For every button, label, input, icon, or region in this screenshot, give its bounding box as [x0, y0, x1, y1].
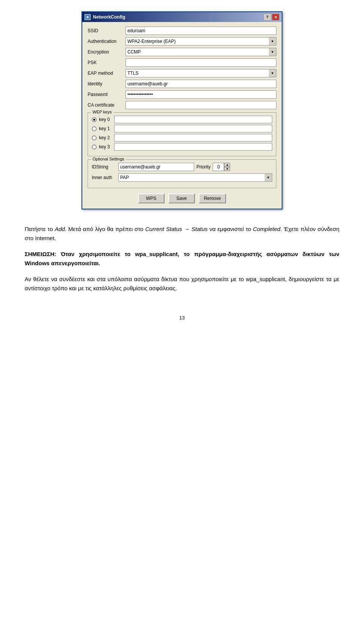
auth-label: Authentication: [88, 39, 126, 44]
identity-input[interactable]: [126, 80, 276, 88]
network-config-window: ■ NetworkConfig ? ✕ SSID Authentication …: [82, 11, 282, 209]
enc-select[interactable]: CCMP: [126, 48, 276, 56]
wep-key3-label: key 3: [99, 144, 114, 149]
idstring-label: IDString: [92, 164, 118, 170]
psk-label: PSK: [88, 60, 126, 65]
p1-status: Status: [191, 226, 208, 232]
priority-spinner: ▲ ▼: [224, 163, 230, 171]
p1-current-status: Current Status: [145, 226, 182, 232]
ca-input[interactable]: [126, 101, 276, 109]
ssid-input[interactable]: [126, 27, 276, 35]
titlebar-buttons: ? ✕: [264, 14, 279, 20]
wep-key1-label: key 1: [99, 126, 114, 131]
titlebar: ■ NetworkConfig ? ✕: [82, 12, 282, 22]
wep-key3-row: key 3: [92, 143, 272, 151]
window-body: SSID Authentication WPA2-Enterprise (EAP…: [82, 22, 282, 209]
titlebar-left: ■ NetworkConfig: [85, 14, 125, 20]
spin-down[interactable]: ▼: [224, 167, 230, 171]
window-title: NetworkConfig: [93, 14, 125, 20]
enc-select-wrapper: CCMP ▼: [126, 48, 276, 56]
ca-row: CA certificate: [88, 101, 276, 109]
p1-completed: Completed: [253, 226, 281, 232]
priority-label: Priority: [196, 164, 210, 170]
p3-text: Αν θέλετε να συνδέεστε και στα υπόλοιπα …: [25, 276, 339, 291]
wep-key0-label: key 0: [99, 117, 114, 122]
wep-key2-label: key 2: [99, 135, 114, 140]
wep-key1-radio[interactable]: [92, 126, 97, 131]
wep-key2-input[interactable]: [114, 134, 272, 142]
save-button[interactable]: Save: [168, 193, 195, 203]
p1-add: Add: [55, 226, 65, 232]
inner-auth-select[interactable]: PAP: [118, 173, 272, 182]
close-button[interactable]: ✕: [272, 14, 279, 20]
password-input[interactable]: [126, 90, 276, 99]
idstring-row: IDString Priority ▲ ▼: [92, 163, 272, 171]
wps-button[interactable]: WPS: [138, 193, 165, 203]
enc-label: Encryption: [88, 49, 126, 55]
idstring-input[interactable]: [118, 163, 194, 171]
page-number: 13: [179, 315, 185, 321]
eap-select[interactable]: TTLS: [126, 69, 276, 77]
p1-before-add: Πατήστε το: [25, 226, 55, 232]
inner-auth-select-wrapper: PAP ▼: [118, 173, 272, 182]
enc-row: Encryption CCMP ▼: [88, 48, 276, 56]
eap-row: EAP method TTLS ▼: [88, 69, 276, 77]
auth-select[interactable]: WPA2-Enterprise (EAP): [126, 37, 276, 46]
wep-key2-radio[interactable]: [92, 135, 97, 140]
optional-group: Optional Settings IDString Priority ▲ ▼ …: [88, 159, 276, 188]
eap-label: EAP method: [88, 71, 126, 76]
help-button[interactable]: ?: [264, 14, 271, 20]
wep-group: WEP keys key 0 key 1 key 2 key 3: [88, 112, 276, 156]
eap-select-wrapper: TTLS ▼: [126, 69, 276, 77]
wep-group-label: WEP keys: [91, 110, 113, 114]
window-icon: ■: [85, 14, 91, 20]
buttons-row: WPS Save Remove: [88, 193, 276, 203]
optional-group-label: Optional Settings: [91, 157, 126, 161]
paragraph-3: Αν θέλετε να συνδέεστε και στα υπόλοιπα …: [25, 275, 339, 293]
ca-label: CA certificate: [88, 102, 126, 108]
p2-text: ΣΗΜΕΙΩΣΗ: Όταν χρησιμοποιείτε το wpa_sup…: [25, 251, 339, 266]
wep-key0-radio[interactable]: [92, 117, 97, 122]
spin-up[interactable]: ▲: [224, 163, 230, 167]
wep-key2-row: key 2: [92, 134, 272, 142]
wep-key3-radio[interactable]: [92, 145, 97, 149]
wep-key3-input[interactable]: [114, 143, 272, 151]
p1-after: να εμφανιστεί το: [208, 226, 253, 232]
wep-key0-row: key 0: [92, 116, 272, 123]
password-label: Password: [88, 92, 126, 97]
auth-row: Authentication WPA2-Enterprise (EAP) ▼: [88, 37, 276, 46]
password-row: Password: [88, 90, 276, 99]
inner-auth-label: Inner auth: [92, 175, 118, 180]
wep-key1-input[interactable]: [114, 125, 272, 132]
p1-middle: . Μετά από λίγο θα πρέπει στο: [65, 226, 145, 232]
identity-row: Identity: [88, 80, 276, 88]
ssid-label: SSID: [88, 28, 126, 33]
ssid-row: SSID: [88, 27, 276, 35]
remove-button[interactable]: Remove: [199, 193, 226, 203]
wep-key0-input[interactable]: [114, 116, 272, 123]
paragraph-1: Πατήστε το Add. Μετά από λίγο θα πρέπει …: [25, 225, 339, 243]
page-text: Πατήστε το Add. Μετά από λίγο θα πρέπει …: [25, 225, 339, 300]
psk-input[interactable]: [126, 58, 276, 67]
p1-arrow: →: [184, 226, 190, 232]
identity-label: Identity: [88, 81, 126, 86]
paragraph-2: ΣΗΜΕΙΩΣΗ: Όταν χρησιμοποιείτε το wpa_sup…: [25, 250, 339, 268]
inner-auth-row: Inner auth PAP ▼: [92, 173, 272, 182]
psk-row: PSK: [88, 58, 276, 67]
priority-input[interactable]: [213, 163, 224, 171]
auth-select-wrapper: WPA2-Enterprise (EAP) ▼: [126, 37, 276, 46]
wep-key1-row: key 1: [92, 125, 272, 132]
